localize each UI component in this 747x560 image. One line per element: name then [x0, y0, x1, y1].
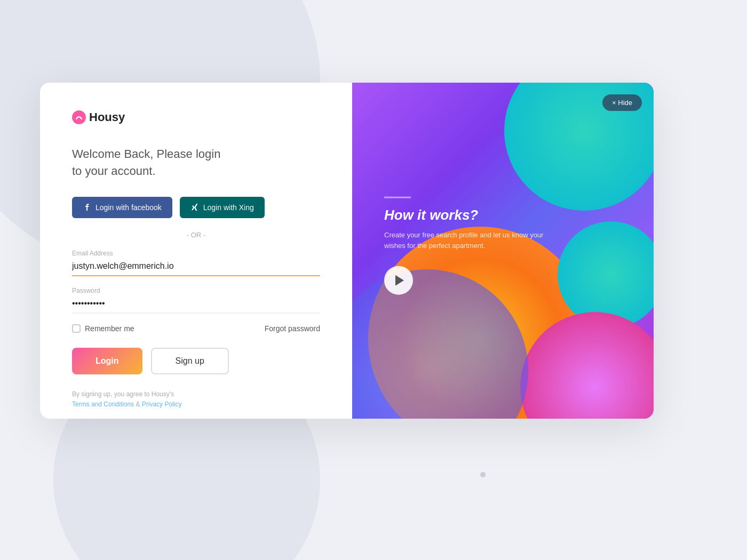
remember-me-label[interactable]: Remember me: [72, 324, 134, 333]
forgot-password-button[interactable]: Forgot password: [265, 324, 320, 333]
privacy-policy-link[interactable]: Privacy Policy: [142, 401, 182, 408]
password-input[interactable]: [72, 297, 320, 314]
password-field-group: Password: [72, 287, 320, 314]
main-card: Housy Welcome Back, Please login to your…: [40, 83, 654, 419]
logo-icon: [72, 110, 86, 124]
email-input[interactable]: [72, 259, 320, 276]
terms-text: By signing up, you agree to Housy's Term…: [72, 389, 320, 410]
email-label: Email Address: [72, 250, 320, 257]
logo-text: Housy: [89, 110, 125, 124]
facebook-icon: [83, 203, 91, 212]
email-field-group: Email Address: [72, 250, 320, 276]
play-icon: [395, 275, 404, 286]
options-row: Remember me Forgot password: [72, 324, 320, 333]
play-button[interactable]: [384, 266, 413, 295]
rp-subtext: Create your free search profile and let …: [384, 230, 566, 251]
remember-checkbox[interactable]: [72, 324, 81, 333]
action-buttons: Login Sign up: [72, 348, 320, 374]
social-buttons: Login with facebook Login with Xing: [72, 197, 320, 218]
rp-line-decoration: [384, 197, 411, 198]
or-divider: - OR -: [72, 231, 320, 239]
terms-and: &: [136, 401, 141, 408]
password-label: Password: [72, 287, 320, 294]
login-panel: Housy Welcome Back, Please login to your…: [40, 83, 352, 419]
rp-content: How it works? Create your free search pr…: [384, 197, 566, 295]
hide-button[interactable]: × Hide: [602, 94, 642, 111]
terms-conditions-link[interactable]: Terms and Conditions: [72, 401, 134, 408]
login-button[interactable]: Login: [72, 348, 142, 374]
logo: Housy: [72, 110, 320, 124]
xing-icon: [190, 203, 199, 212]
remember-me-text: Remember me: [85, 324, 134, 333]
signup-button[interactable]: Sign up: [151, 348, 229, 374]
facebook-login-button[interactable]: Login with facebook: [72, 197, 172, 218]
welcome-text: Welcome Back, Please login to your accou…: [72, 146, 320, 180]
bg-dot-3: [480, 472, 486, 477]
xing-login-button[interactable]: Login with Xing: [180, 197, 265, 218]
right-panel: × Hide How it works? Create your free se…: [352, 83, 654, 419]
rp-heading: How it works?: [384, 207, 566, 223]
